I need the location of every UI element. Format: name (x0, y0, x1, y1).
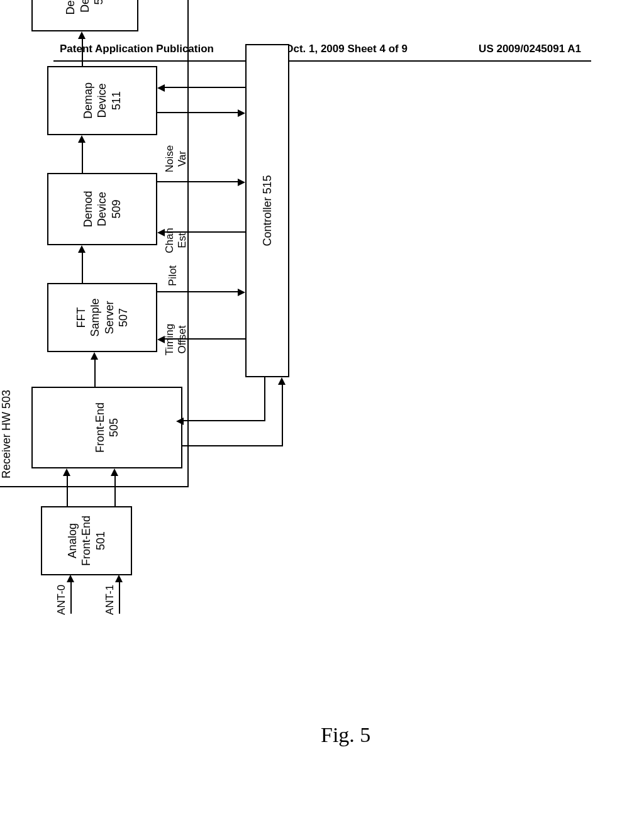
header-right: US 2009/0245091 A1 (479, 43, 581, 55)
chan-est-label: Chan Est (164, 223, 188, 258)
ant-1-label: ANT-1 (104, 585, 116, 615)
demod-device-block: Demod Device 509 (47, 173, 157, 245)
fft-sample-server-block: FFT Sample Server 507 (47, 283, 157, 352)
pilot-label: Pilot (167, 265, 179, 286)
controller-block: Controller 515 (245, 44, 289, 377)
timing-offset-label: Timing Offset (164, 318, 188, 362)
figure-caption: Fig. 5 (321, 723, 370, 747)
ant-0-label: ANT-0 (55, 585, 68, 615)
receiver-hw-label: Receiver HW 503 (0, 387, 13, 481)
figure-area: Receiver HW 503 Analog Front-End 501 Fro… (69, 88, 572, 780)
demap-device-block: Demap Device 511 (47, 66, 157, 135)
front-end-block: Front-End 505 (31, 387, 182, 468)
noise-var-label: Noise Var (164, 141, 188, 176)
decode-device-block: Decode Device 513 (31, 0, 138, 31)
analog-front-end-block: Analog Front-End 501 (41, 506, 132, 575)
block-diagram: Receiver HW 503 Analog Front-End 501 Fro… (0, 0, 415, 610)
